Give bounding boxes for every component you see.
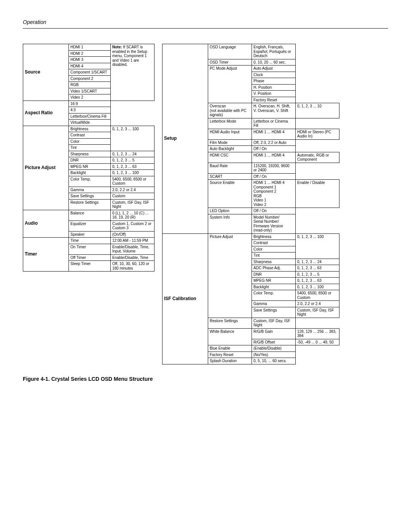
value2-cell: HDMI or Stereo (PC Audio In) [296,129,339,139]
category-cell: Setup [162,44,208,234]
value-cell: Enable/Disable, Time [111,254,155,261]
item-cell: VirtualWide [69,120,111,126]
category-cell: Timer [23,238,69,272]
value2-cell: Automatic, RGB or Component [296,152,339,163]
item-cell: LED Option [208,208,252,214]
right-table: SetupOSD LanguageEnglish, Français, Espa… [162,44,339,364]
item-cell: Letterbox Mode [208,118,252,129]
value-cell: HDMI 1 ... HDMI 4Component 1Component 2R… [252,180,296,208]
item-cell: HDMI 4 [69,63,111,69]
value-cell: Factory Reset [252,97,296,103]
value-cell: 0, 1, 2, 3 ... 5 [111,157,155,164]
item-cell: Component 1/SCART [69,69,111,76]
value-cell: English, Français, Español, Português or… [252,44,296,59]
category-cell: Audio [23,210,69,238]
value2-cell: Custom, ISF Day, ISF Night [252,318,296,328]
category-cell: Picture Adjust [23,126,69,210]
value-cell: HDMI 1 ... HDMI 4 [252,152,296,163]
item-cell: OSD Language [208,44,252,59]
value-cell: Contrast [252,240,296,246]
item-cell: Film Mode [208,139,252,146]
value-cell: Off / On [252,173,296,180]
value-cell: 0, 1, 2, 3 ... 63 [111,163,155,170]
item-cell: Balance [69,210,111,220]
item-cell: Baud Rate [208,163,252,173]
value2-cell: 0, 1, 2, 3 ... 63 [296,265,339,272]
value2-cell: Custom, ISF Day, ISF Night [296,307,339,318]
item-cell: Save Settings [69,193,111,200]
value-cell: ADC Phase Adj. [252,265,296,272]
item-cell: Source Enable [208,180,252,208]
item-cell: SCART [208,173,252,180]
category-cell: Source [23,44,69,101]
table-row: AudioBalance0 (L), 1, 2 ... 10 (C) ... 1… [23,210,155,220]
value-cell: Sharpness [252,259,296,265]
table-row: SetupOSD LanguageEnglish, Français, Espa… [162,44,339,59]
item-cell: Video 2 [69,94,111,101]
figure-caption: Figure 4-1. Crystal Series LCD OSD Menu … [23,376,388,382]
value-cell: (No/Yes) [252,351,296,358]
value-cell: 2.0, 2.2 or 2.4 [111,187,155,193]
divider [23,28,388,29]
item-cell: Gamma [69,187,111,193]
value-cell: Save Settings [252,307,296,318]
value-cell: Backlight [252,284,296,290]
item-cell: Tint [69,145,111,151]
value-cell: Off, 2:3, 2:2 or Auto [252,139,296,146]
value-cell: DNR [252,271,296,278]
value-cell: R/G/B Offset [252,339,296,345]
value-cell: MPEG NR [252,278,296,284]
value2-cell: 0, 1, 2, 3 ... 5 [296,271,339,278]
value-cell: 0 (L), 1, 2 ... 10 (C) ... 18, 19, 20 (R… [111,210,155,220]
value-cell: 5400, 6500, 8500 or Custom [111,176,155,187]
item-cell: Color Temp. [69,176,111,187]
value-cell: Restore Settings [208,318,252,328]
item-cell: Sleep Timer [69,261,111,272]
value-cell: 0, 1, 2, 3 ... 100 [111,126,155,151]
category-cell: ISF Calibration [162,233,208,364]
item-cell: Letterbox/Cinema Fill [69,113,111,120]
table-row: Aspect Ratio16:9 [23,101,155,107]
item-cell: Off Timer [69,254,111,261]
value2-cell: -50, -49 ... 0 ... 49, 50 [296,339,339,345]
value-cell: 12:00 AM - 11:59 PM [111,238,155,244]
value-cell: Brightness [252,233,296,240]
section-header: Operation [23,19,388,25]
item-cell: Restore Settings [69,199,111,210]
category-cell: Aspect Ratio [23,101,69,126]
value-cell: H. Position [252,84,296,91]
value-cell: Auto Adjust [252,66,296,72]
value2-cell: 0, 1, 2, 3 ... 10 [296,103,339,118]
item-cell: Splash Duration [208,358,252,364]
item-cell: System Info [208,214,252,233]
value-cell: (Enable/Disable) [252,345,296,352]
value-cell: Custom [111,193,155,200]
value-cell: Color [252,246,296,252]
value-cell: Off, 10, 30, 60, 120 or 180 minutes [111,261,155,272]
value-cell: Clock [252,72,296,78]
value-cell: 0, 10, 20 ... 60 sec. [252,59,296,66]
value2-cell: 5400, 6500, 8500 or Custom [296,290,339,301]
value2-cell: 0, 1, 2, 3 ... 100 [296,284,339,290]
item-cell: Brightness [69,126,111,132]
value-cell: Custom, ISF Day, ISF Night [111,199,155,210]
item-cell: Picture Adjust [208,233,252,318]
item-cell: Blue Enable [208,345,252,352]
table-row: ISF CalibrationPicture AdjustBrightness0… [162,233,339,240]
value2-cell: 2.0, 2.2 or 2.4 [296,301,339,307]
value-cell: Enable/Disable, Time, Input, Volume [111,244,155,254]
item-cell: Color [69,138,111,145]
item-cell: DNR [69,157,111,164]
item-cell: Backlight [69,170,111,176]
value2-cell: 0, 1, 2, 3 ... 63 [296,278,339,284]
value-cell: Off / On [252,146,296,152]
value-cell: Gamma [252,301,296,307]
value-cell: Custom 1, Custom 2 or Custom 3 [111,220,155,231]
value-cell: 0, 5, 10, ... 60 secs. [252,358,296,364]
value2-cell: 0, 1, 2, 3 ... 24 [296,259,339,265]
item-cell: Speaker [69,231,111,238]
value-cell: 115200, 19200, 9600 or 2400 [252,163,296,173]
note-cell: Note: If SCART is enabled in the Setup m… [111,44,155,101]
table-row: Picture AdjustBrightness0, 1, 2, 3 ... 1… [23,126,155,132]
value-cell: Tint [252,252,296,259]
